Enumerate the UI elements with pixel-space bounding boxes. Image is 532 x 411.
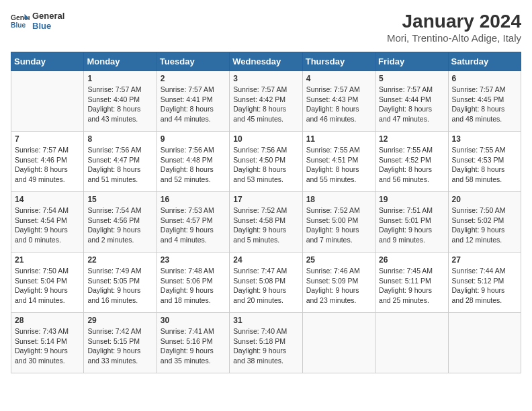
calendar-cell: 28Sunrise: 7:43 AMSunset: 5:14 PMDayligh… bbox=[11, 313, 84, 373]
cell-content: Sunrise: 7:54 AMSunset: 4:54 PMDaylight:… bbox=[15, 205, 80, 245]
cell-content: Sunrise: 7:57 AMSunset: 4:46 PMDaylight:… bbox=[15, 145, 80, 185]
calendar-cell: 11Sunrise: 7:55 AMSunset: 4:51 PMDayligh… bbox=[302, 132, 375, 192]
calendar-cell bbox=[11, 71, 84, 132]
header-monday: Monday bbox=[84, 52, 157, 71]
cell-content: Sunrise: 7:57 AMSunset: 4:44 PMDaylight:… bbox=[379, 85, 444, 124]
day-number: 24 bbox=[233, 255, 298, 265]
day-number: 1 bbox=[87, 74, 152, 83]
logo-blue-text: Blue bbox=[32, 21, 64, 31]
cell-content: Sunrise: 7:55 AMSunset: 4:51 PMDaylight:… bbox=[306, 145, 371, 185]
cell-content: Sunrise: 7:40 AMSunset: 5:18 PMDaylight:… bbox=[233, 326, 298, 366]
header-saturday: Saturday bbox=[448, 52, 521, 71]
calendar-cell: 24Sunrise: 7:47 AMSunset: 5:08 PMDayligh… bbox=[230, 253, 302, 313]
page-subtitle: Mori, Trentino-Alto Adige, Italy bbox=[387, 32, 521, 44]
logo: General Blue General Blue bbox=[11, 11, 64, 31]
day-number: 21 bbox=[15, 255, 80, 265]
page-title: January 2024 bbox=[387, 11, 521, 32]
day-number: 31 bbox=[233, 316, 298, 325]
cell-content: Sunrise: 7:46 AMSunset: 5:09 PMDaylight:… bbox=[306, 266, 371, 306]
cell-content: Sunrise: 7:51 AMSunset: 5:01 PMDaylight:… bbox=[379, 205, 444, 245]
day-number: 29 bbox=[87, 316, 152, 325]
calendar-table: SundayMondayTuesdayWednesdayThursdayFrid… bbox=[11, 52, 521, 373]
calendar-cell: 22Sunrise: 7:49 AMSunset: 5:05 PMDayligh… bbox=[84, 253, 157, 313]
day-number: 7 bbox=[15, 134, 80, 144]
header-friday: Friday bbox=[375, 52, 448, 71]
day-number: 25 bbox=[306, 255, 371, 265]
cell-content: Sunrise: 7:55 AMSunset: 4:52 PMDaylight:… bbox=[379, 145, 444, 185]
day-number: 26 bbox=[379, 255, 444, 265]
cell-content: Sunrise: 7:50 AMSunset: 5:04 PMDaylight:… bbox=[15, 266, 80, 306]
calendar-cell: 9Sunrise: 7:56 AMSunset: 4:48 PMDaylight… bbox=[157, 132, 229, 192]
logo-icon: General Blue bbox=[11, 11, 30, 30]
day-number: 3 bbox=[233, 74, 298, 83]
cell-content: Sunrise: 7:54 AMSunset: 4:56 PMDaylight:… bbox=[87, 205, 152, 245]
calendar-week-row: 28Sunrise: 7:43 AMSunset: 5:14 PMDayligh… bbox=[11, 313, 521, 373]
day-number: 23 bbox=[161, 255, 226, 265]
day-number: 14 bbox=[15, 195, 80, 204]
day-number: 11 bbox=[306, 134, 371, 144]
cell-content: Sunrise: 7:52 AMSunset: 4:58 PMDaylight:… bbox=[233, 205, 298, 245]
calendar-cell: 10Sunrise: 7:56 AMSunset: 4:50 PMDayligh… bbox=[230, 132, 302, 192]
calendar-cell: 4Sunrise: 7:57 AMSunset: 4:43 PMDaylight… bbox=[302, 71, 375, 132]
cell-content: Sunrise: 7:53 AMSunset: 4:57 PMDaylight:… bbox=[161, 205, 226, 245]
day-number: 2 bbox=[161, 74, 226, 83]
calendar-cell: 26Sunrise: 7:45 AMSunset: 5:11 PMDayligh… bbox=[375, 253, 448, 313]
calendar-cell: 3Sunrise: 7:57 AMSunset: 4:42 PMDaylight… bbox=[230, 71, 302, 132]
calendar-cell: 2Sunrise: 7:57 AMSunset: 4:41 PMDaylight… bbox=[157, 71, 229, 132]
day-number: 17 bbox=[233, 195, 298, 204]
cell-content: Sunrise: 7:57 AMSunset: 4:45 PMDaylight:… bbox=[452, 85, 517, 124]
day-number: 13 bbox=[452, 134, 517, 144]
day-number: 19 bbox=[379, 195, 444, 204]
day-number: 30 bbox=[161, 316, 226, 325]
calendar-cell: 5Sunrise: 7:57 AMSunset: 4:44 PMDaylight… bbox=[375, 71, 448, 132]
calendar-header-row: SundayMondayTuesdayWednesdayThursdayFrid… bbox=[11, 52, 521, 71]
calendar-cell: 18Sunrise: 7:52 AMSunset: 5:00 PMDayligh… bbox=[302, 192, 375, 253]
calendar-cell: 19Sunrise: 7:51 AMSunset: 5:01 PMDayligh… bbox=[375, 192, 448, 253]
calendar-week-row: 14Sunrise: 7:54 AMSunset: 4:54 PMDayligh… bbox=[11, 192, 521, 253]
cell-content: Sunrise: 7:57 AMSunset: 4:42 PMDaylight:… bbox=[233, 85, 298, 124]
cell-content: Sunrise: 7:57 AMSunset: 4:43 PMDaylight:… bbox=[306, 85, 371, 124]
cell-content: Sunrise: 7:57 AMSunset: 4:40 PMDaylight:… bbox=[87, 85, 152, 124]
day-number: 10 bbox=[233, 134, 298, 144]
calendar-cell: 8Sunrise: 7:56 AMSunset: 4:47 PMDaylight… bbox=[84, 132, 157, 192]
day-number: 18 bbox=[306, 195, 371, 204]
calendar-cell bbox=[375, 313, 448, 373]
day-number: 6 bbox=[452, 74, 517, 83]
cell-content: Sunrise: 7:49 AMSunset: 5:05 PMDaylight:… bbox=[87, 266, 152, 306]
cell-content: Sunrise: 7:55 AMSunset: 4:53 PMDaylight:… bbox=[452, 145, 517, 185]
calendar-week-row: 21Sunrise: 7:50 AMSunset: 5:04 PMDayligh… bbox=[11, 253, 521, 313]
calendar-cell: 1Sunrise: 7:57 AMSunset: 4:40 PMDaylight… bbox=[84, 71, 157, 132]
calendar-cell: 23Sunrise: 7:48 AMSunset: 5:06 PMDayligh… bbox=[157, 253, 229, 313]
header-sunday: Sunday bbox=[11, 52, 84, 71]
calendar-cell bbox=[448, 313, 521, 373]
cell-content: Sunrise: 7:56 AMSunset: 4:48 PMDaylight:… bbox=[161, 145, 226, 185]
cell-content: Sunrise: 7:45 AMSunset: 5:11 PMDaylight:… bbox=[379, 266, 444, 306]
cell-content: Sunrise: 7:47 AMSunset: 5:08 PMDaylight:… bbox=[233, 266, 298, 306]
day-number: 20 bbox=[452, 195, 517, 204]
calendar-cell: 7Sunrise: 7:57 AMSunset: 4:46 PMDaylight… bbox=[11, 132, 84, 192]
day-number: 15 bbox=[87, 195, 152, 204]
day-number: 4 bbox=[306, 74, 371, 83]
header-thursday: Thursday bbox=[302, 52, 375, 71]
cell-content: Sunrise: 7:56 AMSunset: 4:50 PMDaylight:… bbox=[233, 145, 298, 185]
title-block: January 2024 Mori, Trentino-Alto Adige, … bbox=[387, 11, 521, 44]
calendar-cell: 13Sunrise: 7:55 AMSunset: 4:53 PMDayligh… bbox=[448, 132, 521, 192]
page-header: General Blue General Blue January 2024 M… bbox=[11, 11, 521, 44]
day-number: 9 bbox=[161, 134, 226, 144]
cell-content: Sunrise: 7:44 AMSunset: 5:12 PMDaylight:… bbox=[452, 266, 517, 306]
calendar-cell: 30Sunrise: 7:41 AMSunset: 5:16 PMDayligh… bbox=[157, 313, 229, 373]
cell-content: Sunrise: 7:50 AMSunset: 5:02 PMDaylight:… bbox=[452, 205, 517, 245]
cell-content: Sunrise: 7:42 AMSunset: 5:15 PMDaylight:… bbox=[87, 326, 152, 366]
cell-content: Sunrise: 7:56 AMSunset: 4:47 PMDaylight:… bbox=[87, 145, 152, 185]
day-number: 5 bbox=[379, 74, 444, 83]
calendar-cell: 16Sunrise: 7:53 AMSunset: 4:57 PMDayligh… bbox=[157, 192, 229, 253]
day-number: 28 bbox=[15, 316, 80, 325]
header-wednesday: Wednesday bbox=[230, 52, 302, 71]
cell-content: Sunrise: 7:57 AMSunset: 4:41 PMDaylight:… bbox=[161, 85, 226, 124]
cell-content: Sunrise: 7:41 AMSunset: 5:16 PMDaylight:… bbox=[161, 326, 226, 366]
calendar-week-row: 1Sunrise: 7:57 AMSunset: 4:40 PMDaylight… bbox=[11, 71, 521, 132]
calendar-cell: 21Sunrise: 7:50 AMSunset: 5:04 PMDayligh… bbox=[11, 253, 84, 313]
calendar-week-row: 7Sunrise: 7:57 AMSunset: 4:46 PMDaylight… bbox=[11, 132, 521, 192]
cell-content: Sunrise: 7:48 AMSunset: 5:06 PMDaylight:… bbox=[161, 266, 226, 306]
calendar-cell: 6Sunrise: 7:57 AMSunset: 4:45 PMDaylight… bbox=[448, 71, 521, 132]
